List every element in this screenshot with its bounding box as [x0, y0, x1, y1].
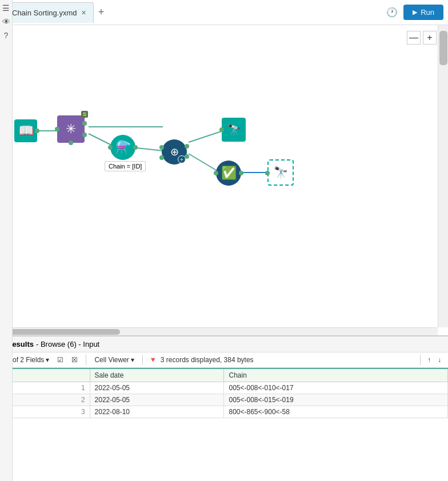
lab-tooltip: Chain = [ID] — [105, 161, 146, 171]
browse-node-dashed-icon: 🔭 — [267, 159, 294, 186]
input-node[interactable]: 📖 — [14, 119, 37, 142]
cell-chain: 005<-008<-010<-017 — [224, 382, 448, 394]
toolbar-separator-2 — [142, 355, 143, 365]
check-button[interactable]: ☑ — [55, 355, 66, 365]
cell-chain: 800<-865<-900<-58 — [224, 406, 448, 418]
formula-right-port-top — [82, 121, 87, 126]
cell-viewer-dropdown[interactable]: Cell Viewer ▾ — [92, 355, 136, 365]
tab-close-button[interactable]: × — [81, 8, 86, 17]
binoculars-icon[interactable]: 👁 — [2, 17, 10, 26]
col-header-saledate: Sale date — [90, 368, 224, 382]
new-tab-button[interactable]: + — [94, 6, 109, 18]
toolbar-separator-3 — [420, 355, 421, 365]
results-toolbar: 2 of 2 Fields ▾ ☑ ☒ Cell Viewer ▾ 🔻 3 re… — [0, 352, 448, 368]
table-header-row: Sale date Chain — [1, 368, 448, 382]
check-right-port — [239, 171, 243, 175]
results-header: Results - Browse (6) - Input — [0, 336, 448, 352]
formula-node[interactable]: ✳ S — [57, 115, 85, 143]
lab-left-port — [108, 145, 113, 150]
append-node[interactable]: ⊕ + — [162, 139, 187, 165]
formula-node-label: S — [81, 111, 88, 118]
lab-node[interactable]: ⚗️ Chain = [ID] — [110, 135, 135, 160]
col-header-chain: Chain — [224, 368, 448, 382]
cell-saledate: 2022-08-10 — [90, 406, 224, 418]
cell-viewer-chevron: ▾ — [131, 356, 134, 364]
browse-dashed-left-port — [265, 171, 270, 175]
table-row: 3 2022-08-10 800<-865<-900<-58 — [1, 406, 448, 418]
help-icon[interactable]: ? — [4, 31, 9, 40]
sort-down-button[interactable]: ↓ — [435, 355, 443, 365]
lab-node-icon: ⚗️ — [110, 135, 135, 160]
sort-up-button[interactable]: ↑ — [425, 355, 433, 365]
input-port — [35, 129, 39, 133]
svg-line-5 — [189, 154, 217, 171]
zoom-in-button[interactable]: + — [423, 31, 437, 45]
formula-node-icon: ✳ S — [57, 115, 85, 143]
check-node[interactable]: ✅ — [216, 161, 241, 186]
check-node-icon: ✅ — [216, 161, 241, 186]
cell-record: 2 — [1, 394, 90, 406]
vertical-scrollbar[interactable] — [438, 25, 448, 327]
workflow-canvas: — + 📖 ✳ S ⚗️ — [0, 25, 448, 336]
cell-record: 3 — [1, 406, 90, 418]
table-row: 2 2022-05-05 005<-008<-015<-019 — [1, 394, 448, 406]
title-bar: Chain Sorting.yxmd × + 🕐 Run — [0, 0, 448, 25]
cell-viewer-label: Cell Viewer — [94, 356, 129, 364]
record-info: 3 records displayed, 384 bytes — [161, 356, 254, 364]
cell-chain: 005<-008<-015<-019 — [224, 394, 448, 406]
title-bar-actions: 🕐 Run — [386, 5, 443, 20]
horizontal-scrollbar[interactable] — [0, 327, 438, 335]
svg-line-4 — [189, 131, 223, 142]
zoom-controls: — + — [407, 31, 437, 45]
file-tab[interactable]: Chain Sorting.yxmd × — [5, 2, 94, 23]
formula-bottom-port — [69, 141, 73, 145]
filter-icon: 🔻 — [149, 356, 157, 364]
browse-top-left-port — [219, 127, 224, 132]
horizontal-scrollbar-thumb[interactable] — [6, 329, 120, 335]
results-left-icons: ☰ 👁 ? — [0, 0, 13, 481]
history-button[interactable]: 🕐 — [386, 7, 398, 18]
browse-node-top-icon: 🔭 — [222, 118, 246, 142]
results-table: Sale date Chain 1 2022-05-05 005<-008<-0… — [0, 368, 448, 418]
toolbar-right: ↑ ↓ — [418, 355, 443, 365]
input-node-icon: 📖 — [14, 119, 37, 142]
lab-right-port — [133, 145, 138, 150]
tab-label: Chain Sorting.yxmd — [12, 9, 77, 17]
svg-line-3 — [137, 148, 163, 151]
col-header-record — [1, 368, 90, 382]
fields-chevron: ▾ — [46, 356, 49, 364]
results-panel: Results - Browse (6) - Input ☰ 👁 ? 2 of … — [0, 336, 448, 481]
table-row: 1 2022-05-05 005<-008<-010<-017 — [1, 382, 448, 394]
results-table-wrapper: Sale date Chain 1 2022-05-05 005<-008<-0… — [0, 368, 448, 418]
cell-saledate: 2022-05-05 — [90, 394, 224, 406]
cell-saledate: 2022-05-05 — [90, 382, 224, 394]
toolbar-separator-1 — [86, 355, 86, 365]
results-sub: - Browse (6) - Input — [36, 340, 99, 348]
append-left-port-bottom — [159, 155, 164, 160]
append-left-port-top — [159, 145, 164, 150]
cell-record: 1 — [1, 382, 90, 394]
append-node-icon: ⊕ + — [162, 139, 187, 165]
zoom-out-button[interactable]: — — [407, 31, 421, 45]
browse-node-dashed[interactable]: 🔭 — [267, 159, 294, 186]
list-icon[interactable]: ☰ — [2, 3, 10, 13]
run-button[interactable]: Run — [403, 5, 443, 20]
append-right-port-bottom — [185, 154, 189, 159]
formula-right-port-bottom — [82, 133, 87, 137]
check-left-port — [214, 171, 218, 175]
append-right-port-top — [185, 144, 189, 149]
svg-line-1 — [89, 134, 111, 145]
uncheck-button[interactable]: ☒ — [69, 355, 80, 365]
browse-node-top[interactable]: 🔭 — [222, 118, 246, 142]
workflow-connections — [0, 25, 417, 311]
vertical-scrollbar-thumb[interactable] — [439, 31, 447, 65]
formula-left-port — [55, 127, 59, 131]
